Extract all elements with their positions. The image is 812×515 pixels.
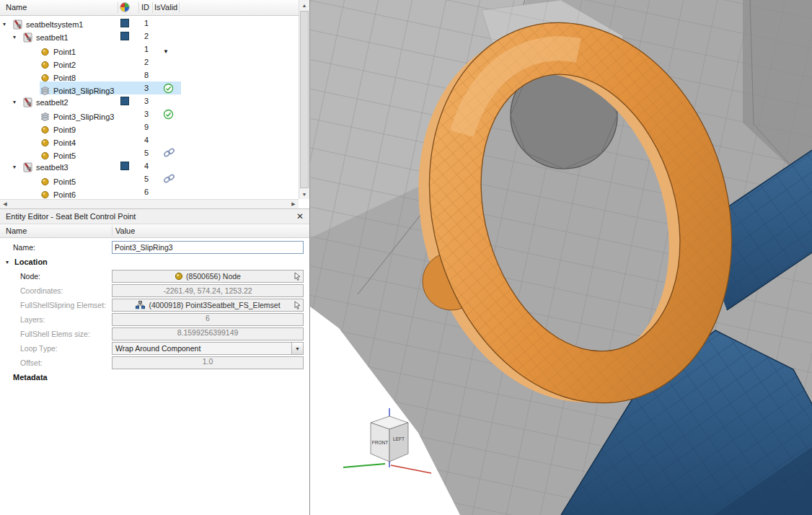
color-column-icon[interactable]	[120, 2, 130, 12]
tree-row[interactable]: Point55	[0, 146, 299, 159]
tree-row[interactable]: Point22	[0, 56, 299, 69]
model-browser: Name ID IsValid ▾seatbeltsystem11▾seatbe…	[0, 0, 309, 208]
field-label: Offset:	[0, 358, 112, 367]
field-label: Node:	[0, 272, 112, 281]
entity-editor-titlebar: Entity Editor - Seat Belt Control Point …	[0, 208, 309, 224]
tree-row[interactable]: Point3_SlipRing33	[0, 107, 299, 120]
column-header-id[interactable]: ID	[141, 3, 149, 12]
column-header-name[interactable]: Name	[6, 3, 27, 12]
tree-row[interactable]: ▾seatbelt23	[0, 94, 299, 107]
scroll-left-icon[interactable]: ◀	[0, 201, 10, 207]
seatbelt-icon	[22, 162, 34, 173]
editor-fields: Node:(8500656) NodeCoordinates:-2261.49,…	[0, 269, 309, 370]
scroll-up-icon[interactable]: ▲	[299, 0, 309, 10]
tree-row[interactable]: ▾seatbelt34	[0, 159, 299, 172]
viewport-3d[interactable]: FRONT LEFT	[310, 0, 812, 515]
color-swatch[interactable]	[120, 162, 129, 170]
tree-row[interactable]: Point55	[0, 172, 299, 185]
node-sphere-icon	[175, 272, 183, 281]
tree-row[interactable]: Point3_SlipRing33	[0, 82, 299, 94]
id-cell: 3	[133, 94, 149, 107]
tree-item-label: Point6	[53, 188, 76, 199]
id-cell: 5	[133, 172, 149, 185]
field-label: Coordinates:	[0, 286, 112, 295]
metadata-section-label: Metadata	[0, 373, 48, 382]
location-section-label: Location	[14, 258, 48, 266]
tree-row[interactable]: Point11▼	[0, 43, 299, 56]
point-icon	[40, 190, 51, 200]
field-picker[interactable]: (8500656) Node	[112, 270, 304, 283]
link-icon[interactable]	[163, 148, 176, 159]
id-cell: 6	[133, 185, 149, 198]
field-value: (4000918) Point3Seatbelt_FS_Elemset	[149, 301, 280, 309]
name-field-label: Name:	[0, 243, 112, 252]
id-cell: 2	[133, 30, 149, 43]
editor-column-name[interactable]: Name	[6, 226, 27, 235]
field-picker[interactable]: (4000918) Point3Seatbelt_FS_Elemset	[112, 299, 304, 312]
seatbelt-icon	[22, 97, 34, 108]
field-value: 6	[206, 314, 210, 322]
id-cell: 4	[133, 133, 149, 146]
field-label: Layers:	[0, 315, 112, 324]
elemset-icon	[135, 301, 146, 310]
column-separator	[138, 2, 139, 13]
check-icon[interactable]	[163, 109, 176, 120]
tree-row[interactable]: ▾seatbeltsystem11	[0, 17, 299, 30]
tree-row[interactable]: Point66	[0, 185, 299, 198]
color-swatch[interactable]	[120, 97, 129, 105]
browser-header: Name ID IsValid	[0, 0, 299, 16]
view-cube[interactable]: FRONT LEFT	[371, 416, 408, 462]
view-cube-front-label[interactable]: FRONT	[372, 440, 388, 445]
scroll-right-icon[interactable]: ▶	[288, 201, 299, 207]
id-cell: 2	[133, 56, 149, 69]
left-panel: Name ID IsValid ▾seatbeltsystem11▾seatbe…	[0, 0, 310, 515]
column-separator	[118, 2, 118, 13]
tree-row[interactable]: Point44	[0, 133, 299, 146]
column-header-isvalid[interactable]: IsValid	[154, 3, 177, 12]
seatbelt-icon	[12, 19, 24, 30]
pick-cursor-icon[interactable]	[294, 301, 301, 312]
id-cell: 5	[133, 146, 149, 159]
field-value: -2261.49, 574.24, 1253.22	[163, 286, 252, 295]
check-icon[interactable]	[163, 83, 176, 94]
location-expander-icon[interactable]: ▾	[6, 259, 14, 265]
dropdown-icon[interactable]: ▼	[163, 44, 176, 55]
horizontal-scrollbar[interactable]: ◀ ▶	[0, 199, 299, 208]
field-value: 1.0	[203, 357, 213, 366]
id-cell: 3	[133, 107, 149, 120]
close-icon[interactable]: ✕	[296, 212, 304, 221]
field-dropdown[interactable]: Wrap Around Component▼	[112, 342, 304, 355]
column-separator	[152, 2, 153, 13]
application-window: Name ID IsValid ▾seatbeltsystem11▾seatbe…	[0, 0, 812, 515]
field-left: 6	[112, 313, 304, 326]
name-input[interactable]	[112, 241, 304, 254]
editor-body: Name: ▾ Location Node:(8500656) NodeCoor…	[0, 238, 309, 384]
scroll-down-icon[interactable]: ▼	[299, 189, 309, 199]
color-swatch[interactable]	[120, 19, 129, 27]
id-cell: 9	[133, 120, 149, 133]
editor-column-value[interactable]: Value	[115, 226, 135, 235]
field-left: 1.0	[112, 356, 304, 369]
scrollbar-thumb[interactable]	[300, 11, 309, 188]
model-browser-rows: ▾seatbeltsystem11▾seatbelt12Point11▼Poin…	[0, 17, 299, 199]
viewport-scene[interactable]: FRONT LEFT	[310, 0, 812, 515]
tree-row[interactable]: Point99	[0, 120, 299, 133]
dropdown-arrow-icon[interactable]: ▼	[291, 343, 303, 354]
tree-row[interactable]: Point88	[0, 69, 299, 82]
field-label: Loop Type:	[0, 344, 112, 353]
id-cell: 3	[133, 82, 149, 94]
column-separator	[112, 226, 112, 236]
pick-cursor-icon[interactable]	[294, 272, 301, 283]
editor-column-headers: Name Value	[0, 224, 309, 238]
seatbelt-icon	[22, 32, 34, 43]
link-icon[interactable]	[163, 174, 176, 185]
column-separator	[179, 2, 180, 13]
id-cell: 1	[133, 17, 149, 30]
view-cube-left-label[interactable]: LEFT	[393, 436, 405, 441]
color-swatch[interactable]	[120, 32, 129, 40]
vertical-scrollbar[interactable]: ▲ ▼	[299, 0, 309, 199]
field-value: (8500656) Node	[186, 272, 241, 281]
entity-editor-title: Entity Editor - Seat Belt Control Point	[6, 212, 136, 221]
field-label: FullShellSlipring Elemset:	[0, 301, 112, 309]
tree-row[interactable]: ▾seatbelt12	[0, 30, 299, 43]
